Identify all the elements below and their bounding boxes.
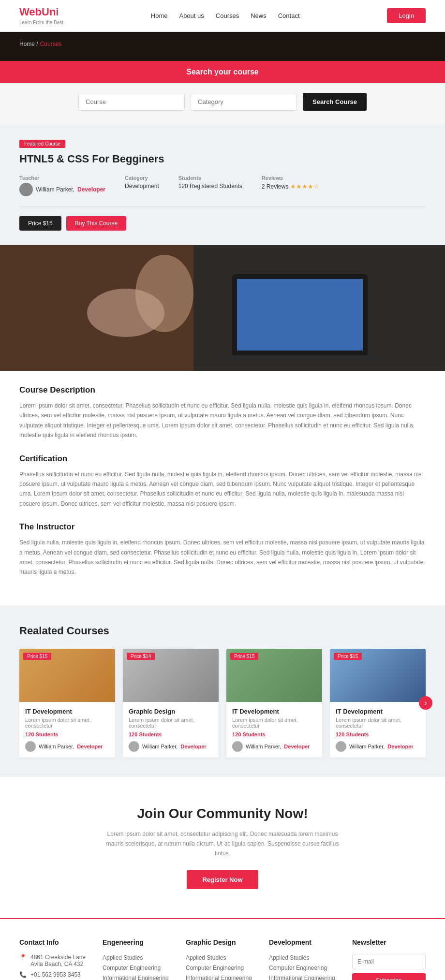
featured-title: HTNL5 & CSS For Begginers (19, 153, 426, 165)
course-card-4: Price $15 IT Development Lorem ipsum dol… (330, 649, 426, 758)
description-text: Lorem ipsum dolor sit amet, consectetur.… (19, 401, 426, 440)
certification-text: Phasellus sollicitudin et nunc eu effici… (19, 469, 426, 509)
newsletter-email-input[interactable] (352, 954, 426, 969)
nav-news[interactable]: News (251, 12, 267, 19)
footer-graphic-design: Graphic Design Applied Studies Computer … (186, 938, 269, 980)
course-card-3: Price $15 IT Development Lorem ipsum dol… (226, 649, 322, 758)
card-price-1: Price $15 (23, 653, 51, 660)
card-avatar-1 (25, 741, 36, 752)
card-price-2: Price $14 (127, 653, 155, 660)
meta-teacher: Teacher William Parker, Developer (19, 175, 105, 196)
dev-link-2[interactable]: Informational Engineering (269, 975, 335, 980)
card-title-4: IT Development (336, 708, 420, 715)
next-courses-button[interactable]: › (419, 696, 432, 710)
card-image-4: Price $15 (330, 649, 426, 702)
breadcrumb-home[interactable]: Home / (19, 41, 38, 47)
card-students-3: 120 Students (232, 731, 316, 737)
footer-development-title: Development (269, 938, 342, 946)
list-item: Computer Engineering (186, 964, 259, 971)
gd-link-1[interactable]: Computer Engineering (186, 965, 244, 971)
card-teacher-name-2: William Parker, (142, 744, 178, 749)
card-teacher-name-3: William Parker, (246, 744, 281, 749)
eng-link-2[interactable]: Informational Engineering (103, 975, 169, 980)
footer-top: Contact Info 📍 4861 Creekside Lane Avila… (0, 918, 445, 980)
map-pin-icon: 📍 (19, 954, 27, 961)
card-image-2: Price $14 (123, 649, 219, 702)
footer-development: Development Applied Studies Computer Eng… (269, 938, 352, 980)
nav-about[interactable]: About us (179, 12, 204, 19)
category-input[interactable] (191, 93, 297, 111)
related-section: Realated Courses Price $15 IT Developmen… (0, 605, 445, 777)
card-teacher-row-1: William Parker, Developer (25, 741, 109, 752)
instructor-title: The Instructor (19, 522, 426, 532)
main-nav: Home About us Courses News Contact (151, 12, 300, 19)
card-students-1: 120 Students (25, 731, 109, 737)
card-students-2: 120 Students (129, 731, 213, 737)
search-button[interactable]: Search Course (303, 93, 367, 111)
featured-section: Featured Course HTNL5 & CSS For Begginer… (0, 125, 445, 245)
register-now-button[interactable]: Register Now (187, 870, 258, 889)
list-item: Informational Engineering (269, 974, 342, 980)
price-button[interactable]: Price $15 (19, 216, 61, 231)
development-links: Applied Studies Computer Engineering Inf… (269, 954, 342, 980)
card-teacher-name-1: William Parker, (39, 744, 74, 749)
hero-section: Home / Courses (0, 32, 445, 61)
card-title-2: Graphic Design (129, 708, 213, 715)
search-section: Search your course Search Course (0, 61, 445, 125)
search-title-bar: Search your course (0, 61, 445, 83)
dev-link-0[interactable]: Applied Studies (269, 954, 309, 961)
footer-engineering: Engeneering Applied Studies Computer Eng… (103, 938, 186, 980)
dev-link-1[interactable]: Computer Engineering (269, 965, 327, 971)
footer-contact-title: Contact Info (19, 938, 93, 946)
card-teacher-row-2: William Parker, Developer (129, 741, 213, 752)
footer-engineering-title: Engeneering (103, 938, 176, 946)
nav-home[interactable]: Home (151, 12, 168, 19)
category-value: Development (125, 183, 159, 190)
card-teacher-role-3: Developer (284, 744, 310, 749)
featured-badge: Featured Course (19, 140, 65, 148)
card-teacher-role-2: Developer (180, 744, 206, 749)
svg-rect-5 (218, 355, 382, 361)
logo-text: WebUni (19, 6, 59, 18)
gd-link-0[interactable]: Applied Studies (186, 954, 226, 961)
breadcrumb-current: Courses (40, 41, 62, 47)
teacher-avatar (19, 183, 33, 196)
login-button[interactable]: Login (387, 8, 426, 23)
description-title: Course Description (19, 385, 426, 395)
course-details: Course Description Lorem ipsum dolor sit… (0, 371, 445, 605)
footer-contact: Contact Info 📍 4861 Creekside Lane Avila… (19, 938, 103, 980)
card-avatar-4 (336, 741, 346, 752)
card-teacher-name-4: William Parker, (349, 744, 385, 749)
meta-students: Students 120 Registered Students (178, 175, 242, 196)
engineering-links: Applied Studies Computer Engineering Inf… (103, 954, 176, 980)
card-students-4: 120 Students (336, 731, 420, 737)
subscribe-button[interactable]: Subscribe (352, 973, 426, 980)
buy-button[interactable]: Buy This Course (66, 216, 126, 231)
card-price-4: Price $15 (334, 653, 362, 660)
card-desc-4: Lorem ipsum dolor sit amet, consectetur (336, 717, 420, 729)
gd-link-2[interactable]: Informational Engineering (186, 975, 252, 980)
card-title-1: IT Development (25, 708, 109, 715)
nav-contact[interactable]: Contact (278, 12, 300, 19)
list-item: Computer Engineering (269, 964, 342, 971)
phone-icon: 📞 (19, 971, 27, 978)
card-desc-2: Lorem ipsum dolor sit amet, consectetur (129, 717, 213, 729)
eng-link-1[interactable]: Computer Engineering (103, 965, 161, 971)
footer-newsletter-title: Newsletter (352, 938, 426, 946)
card-price-3: Price $15 (230, 653, 258, 660)
eng-link-0[interactable]: Applied Studies (103, 954, 143, 961)
svg-point-7 (135, 255, 193, 332)
featured-meta: Teacher William Parker, Developer Catego… (19, 175, 426, 206)
nav-courses[interactable]: Courses (216, 12, 239, 19)
list-item: Applied Studies (269, 954, 342, 961)
list-item: Applied Studies (103, 954, 176, 961)
card-avatar-2 (129, 741, 139, 752)
related-title: Realated Courses (19, 625, 426, 637)
certification-title: Certification (19, 454, 426, 464)
list-item: Applied Studies (186, 954, 259, 961)
footer-newsletter: Newsletter Subscribe We don't spam (352, 938, 426, 980)
instructor-text: Sed ligula nulla, molestie quis ligula i… (19, 538, 426, 577)
course-image-svg (0, 245, 445, 371)
course-input[interactable] (78, 93, 185, 111)
card-title-3: IT Development (232, 708, 316, 715)
